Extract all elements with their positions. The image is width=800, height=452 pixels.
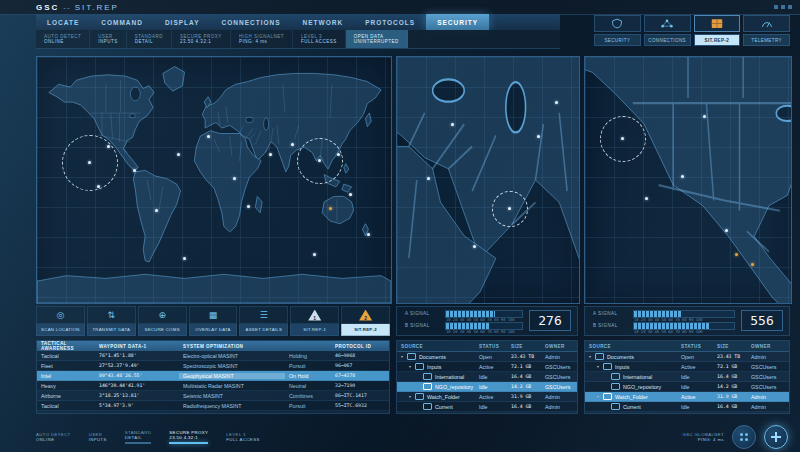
sitrep-1-button[interactable]: 1 SIT.REP-1 xyxy=(290,306,339,336)
status-item[interactable]: USER INPUTS xyxy=(90,30,127,48)
window-controls-icon[interactable] xyxy=(774,5,792,9)
folder-icon xyxy=(603,393,612,400)
menu-item[interactable]: COMMAND xyxy=(90,14,154,30)
signal-meter-panel: A SIGNAL 276 10 20 30 40 50 60 70 80 90 … xyxy=(396,306,578,336)
transmit-icon: ⇅ xyxy=(108,310,116,320)
view-tabs: SECURITY CONNECTIONS SIT.REP-2 TELEMETRY xyxy=(594,15,790,46)
table-row[interactable]: Heavy 28°13.80'57.4' Biological Material… xyxy=(37,411,389,414)
folder-row[interactable]: ▾Inputs Active 72.1 GB GSCUsers xyxy=(585,362,789,372)
caret-icon[interactable]: ▾ xyxy=(409,394,414,399)
folder-icon xyxy=(423,383,432,390)
asset-dot xyxy=(97,185,100,188)
status-item[interactable]: SECURE PROXY 23.50 4.32:1 xyxy=(172,30,231,48)
app-name: GSC xyxy=(36,3,59,12)
b-signal-label: B SIGNAL xyxy=(593,323,627,328)
status-item[interactable]: LEVEL 3 FULL ACCESS xyxy=(293,30,346,48)
folder-icon xyxy=(611,403,620,410)
region-map-north-america[interactable] xyxy=(584,56,792,304)
caret-icon[interactable]: ▾ xyxy=(409,364,414,369)
signal-value: 556 xyxy=(741,310,783,331)
status-item[interactable]: AUTO DETECT ONLINE xyxy=(36,30,90,48)
asset-dot xyxy=(473,245,476,248)
table-header: SOURCE STATUS SIZE OWNER xyxy=(585,341,789,352)
folder-row[interactable]: Current Idle 16.4 GB Admin xyxy=(585,402,789,412)
folder-row[interactable]: Current Idle 16.4 GB Admin xyxy=(397,402,577,412)
asset-dot xyxy=(291,143,294,146)
target-button[interactable] xyxy=(764,425,788,449)
menu-item[interactable]: DISPLAY xyxy=(154,14,211,30)
gauge-icon xyxy=(760,18,774,29)
folder-row[interactable]: ▾Inputs Active 72.1 GB GSCUsers xyxy=(397,362,577,372)
folder-icon xyxy=(611,383,620,390)
apps-button[interactable] xyxy=(732,425,756,449)
tab-telemetry[interactable]: TELEMETRY xyxy=(743,15,790,46)
asset-dot xyxy=(703,115,706,118)
table-row[interactable]: Tactical 5°34.97'3.9' Radiofrequency MAS… xyxy=(37,401,389,411)
alert-dot xyxy=(329,207,332,210)
footer-item[interactable]: SECURE PROXY 23.50 4.32:1 xyxy=(169,430,208,444)
status-item[interactable]: OPEN DATA UNINTERRUPTED xyxy=(346,30,408,48)
menu-item[interactable]: PROTOCOLS xyxy=(354,14,426,30)
table-row[interactable]: Fleet 27°52.37'9.49' Spectroscopic MASIN… xyxy=(37,361,389,371)
status-item[interactable]: STANDARD DETAIL xyxy=(127,30,172,48)
tab-sitrep-2[interactable]: SIT.REP-2 xyxy=(694,15,741,46)
region-map-middle-east[interactable] xyxy=(396,56,580,304)
folder-icon xyxy=(423,373,432,380)
menu-item[interactable]: NETWORK xyxy=(292,14,355,30)
asset-dot xyxy=(645,197,648,200)
table-row[interactable]: Airborne 3°18.25'13.81' Seismic MASINT C… xyxy=(37,391,389,401)
asset-dot xyxy=(88,161,91,164)
asset-dot xyxy=(337,153,340,156)
footer-item[interactable]: LEVEL 3 FULL ACCESS xyxy=(226,432,259,442)
folder-icon xyxy=(595,413,604,414)
menu-item[interactable]: SECURITY xyxy=(426,14,489,30)
menu-bar: LOCATECOMMANDDISPLAYCONNECTIONSNETWORKPR… xyxy=(36,14,560,31)
status-item[interactable]: HIGH SIGNALNET PING: 4 ms xyxy=(231,30,293,48)
asset-dot xyxy=(247,205,250,208)
signal-scale: 10 20 30 40 50 60 70 80 90 100 xyxy=(445,329,523,334)
warning-2-icon: 2 xyxy=(359,310,372,321)
folder-row[interactable]: ▾Watch_Folder Active 31.9 GB Admin xyxy=(585,392,789,402)
scan-location-button[interactable]: ◎ SCAN LOCATION xyxy=(36,306,85,336)
a-signal-label: A SIGNAL xyxy=(405,311,439,316)
folder-row[interactable]: ▾Documents Open 23.43 TB Admin xyxy=(397,352,577,362)
secure-coms-button[interactable]: ⊕ SECURE COMS xyxy=(138,306,187,336)
asset-details-button[interactable]: ☰ ASSET DETAILS xyxy=(239,306,288,336)
table-row[interactable]: Intel 80°43.48'26.55' Geophysical MASINT… xyxy=(37,371,389,381)
asset-dot xyxy=(681,175,684,178)
status-row: AUTO DETECT ONLINE USER INPUTS STANDARD … xyxy=(36,30,560,49)
caret-icon[interactable]: ▾ xyxy=(401,354,406,359)
world-map-panel[interactable] xyxy=(36,56,392,304)
footer-status-bar: AUTO DETECT ONLINE USER INPUTS STANDARD … xyxy=(36,424,596,450)
footer-item[interactable]: STANDARD DETAIL xyxy=(125,430,152,444)
menu-item[interactable]: LOCATE xyxy=(36,14,90,30)
a-signal-bar xyxy=(633,310,735,318)
folder-row[interactable]: NGO_repository Idle 14.2 GB GSCUsers xyxy=(585,382,789,392)
folder-row[interactable]: ▸Records Open 17.1 GB Admin xyxy=(397,412,577,414)
sitrep-2-button[interactable]: 2 SIT.REP-2 xyxy=(341,306,390,336)
caret-icon[interactable]: ▾ xyxy=(597,364,602,369)
tab-connections[interactable]: CONNECTIONS xyxy=(644,15,691,46)
folder-row[interactable]: ▸Records Open 17.1 GB Admin xyxy=(585,412,789,414)
asset-dot xyxy=(207,135,210,138)
tab-security[interactable]: SECURITY xyxy=(594,15,641,46)
asset-dot xyxy=(555,101,558,104)
caret-icon[interactable]: ▾ xyxy=(597,394,602,399)
folder-row[interactable]: International Idle 16.4 GB GSCUsers xyxy=(585,372,789,382)
transmit-data-button[interactable]: ⇅ TRANSMIT DATA xyxy=(87,306,136,336)
folder-row[interactable]: ▾Documents Open 23.43 TB Admin xyxy=(585,352,789,362)
footer-item[interactable]: AUTO DETECT ONLINE xyxy=(36,432,71,442)
folder-row[interactable]: ▾Watch_Folder Active 31.9 GB Admin xyxy=(397,392,577,402)
caret-icon[interactable]: ▾ xyxy=(589,354,594,359)
radar-icon: ◎ xyxy=(57,310,65,320)
overlay-data-button[interactable]: ▦ OVERLAY DATA xyxy=(189,306,238,336)
table-row[interactable]: Tactical 76°1.45'1.88' Electro-optical M… xyxy=(37,351,389,361)
menu-item[interactable]: CONNECTIONS xyxy=(211,14,292,30)
b-signal-bar xyxy=(633,322,735,330)
folder-row[interactable]: NGO_repository Idle 14.2 GB GSCUsers xyxy=(397,382,577,392)
table-row[interactable]: Heavy 146°30.44'41.91' Multistatic Radar… xyxy=(37,381,389,391)
footer-item[interactable]: USER INPUTS xyxy=(89,432,107,442)
footer-right: GSC GLOBALNET PING: 4 ms xyxy=(683,424,789,450)
asset-dot xyxy=(349,193,352,196)
folder-row[interactable]: International Idle 16.4 GB GSCUsers xyxy=(397,372,577,382)
